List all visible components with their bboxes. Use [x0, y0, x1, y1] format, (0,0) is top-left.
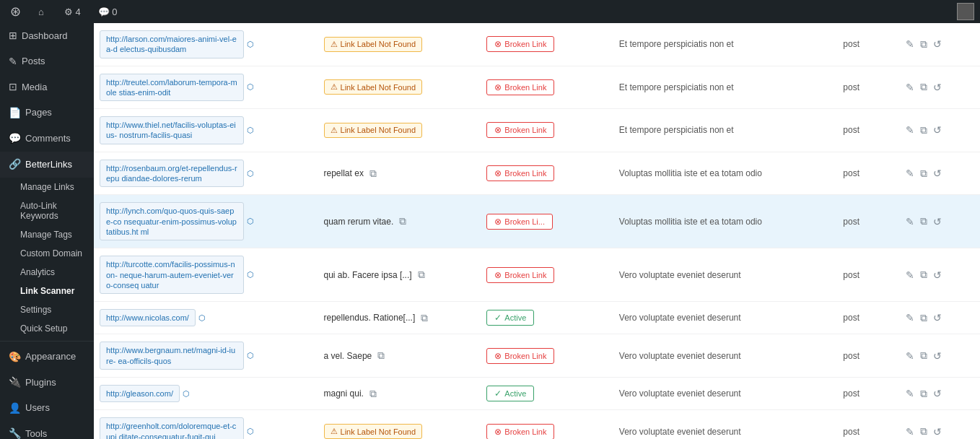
- refresh-icon[interactable]: ↺: [932, 214, 943, 229]
- action-icons: ✎ ⧉ ↺: [904, 166, 974, 181]
- refresh-icon[interactable]: ↺: [932, 123, 943, 137]
- external-link-icon[interactable]: ⬡: [247, 427, 254, 436]
- edit-icon[interactable]: ✎: [904, 80, 916, 95]
- status-badge-broken: ⊗ Broken Link: [486, 267, 554, 283]
- status-badge-broken: ⊗ Broken Link: [486, 165, 554, 181]
- comment-bubble-icon: 💬 0: [98, 6, 118, 17]
- external-icon[interactable]: ⧉: [919, 214, 929, 229]
- comments-icon[interactable]: 💬 0: [94, 0, 122, 23]
- url-cell: http://larson.com/maiores-animi-vel-ea-d…: [100, 30, 312, 58]
- sidebar-item-appearance[interactable]: 🎨 Appearance: [0, 344, 94, 370]
- sidebar-sub-settings[interactable]: Settings: [0, 300, 94, 319]
- edit-icon[interactable]: ✎: [904, 268, 916, 282]
- post-text: Vero voluptate eveniet deserunt: [619, 313, 741, 323]
- sidebar-item-pages[interactable]: 📄 Pages: [0, 100, 94, 126]
- table-row: http://rosenbaum.org/et-repellendus-repu…: [94, 152, 980, 195]
- external-icon[interactable]: ⧉: [919, 123, 929, 138]
- url-value: http://www.bergnaum.net/magni-id-iure- e…: [100, 342, 244, 370]
- status-text: Broken Link: [504, 83, 546, 92]
- copy-icon[interactable]: ⧉: [399, 215, 406, 227]
- external-link-icon[interactable]: ⬡: [247, 40, 254, 49]
- refresh-icon[interactable]: ↺: [932, 166, 943, 181]
- table-row: http://gleason.com/ ⬡ magni qui. ⧉ ✓ Act…: [94, 378, 980, 410]
- action-icons: ✎ ⧉ ↺: [904, 214, 974, 229]
- label-warning: ⚠ Link Label Not Found: [324, 79, 423, 95]
- edit-icon[interactable]: ✎: [904, 123, 916, 137]
- sidebar-item-posts[interactable]: ✎ Posts: [0, 49, 94, 75]
- external-link-icon[interactable]: ⬡: [247, 82, 254, 92]
- customize-icon[interactable]: ⚙ 4: [60, 0, 85, 23]
- post-text: Vero voluptate eveniet deserunt: [619, 351, 741, 361]
- copy-icon[interactable]: ⧉: [369, 168, 377, 180]
- new-content[interactable]: [131, 0, 139, 23]
- copy-icon[interactable]: ⧉: [369, 388, 377, 400]
- sidebar-item-tools[interactable]: 🔧 Tools: [0, 421, 94, 439]
- active-dot-icon: ✓: [494, 313, 502, 323]
- edit-icon[interactable]: ✎: [904, 214, 916, 229]
- post-text: Vero voluptate eveniet deserunt: [619, 427, 741, 437]
- status-text: Broken Link: [504, 40, 546, 48]
- wp-logo[interactable]: ⊛: [6, 0, 25, 23]
- external-link-icon[interactable]: ⬡: [247, 126, 254, 135]
- label-cell: repellat ex ⧉: [324, 168, 476, 180]
- sidebar-sub-manage-links[interactable]: Manage Links: [0, 178, 94, 196]
- url-cell: http://www.thiel.net/facilis-voluptas-ei…: [100, 116, 312, 144]
- table-row: http://www.thiel.net/facilis-voluptas-ei…: [94, 109, 980, 152]
- external-icon[interactable]: ⧉: [919, 79, 929, 95]
- external-icon[interactable]: ⧉: [919, 386, 929, 401]
- label-cell: qui ab. Facere ipsa [...] ⧉: [324, 269, 476, 281]
- refresh-icon[interactable]: ↺: [932, 386, 943, 401]
- refresh-icon[interactable]: ↺: [932, 37, 943, 51]
- edit-icon[interactable]: ✎: [904, 37, 916, 51]
- external-icon[interactable]: ⧉: [919, 424, 929, 439]
- external-link-icon[interactable]: ⬡: [198, 313, 206, 323]
- copy-icon[interactable]: ⧉: [418, 269, 425, 281]
- refresh-icon[interactable]: ↺: [932, 310, 943, 325]
- label-text: Link Label Not Found: [341, 83, 416, 92]
- sidebar-sub-analytics[interactable]: Analytics: [0, 263, 94, 282]
- refresh-icon[interactable]: ↺: [932, 80, 943, 95]
- edit-icon[interactable]: ✎: [904, 349, 916, 363]
- refresh-icon[interactable]: ↺: [932, 425, 943, 439]
- external-link-icon[interactable]: ⬡: [247, 217, 254, 226]
- copy-icon[interactable]: ⧉: [377, 349, 385, 362]
- sidebar-sub-custom-domain[interactable]: Custom Domain: [0, 244, 94, 263]
- sidebar-item-users[interactable]: 👤 Users: [0, 396, 94, 422]
- sidebar-item-dashboard[interactable]: ⊞ Dashboard: [0, 23, 94, 49]
- external-link-icon[interactable]: ⬡: [183, 389, 190, 399]
- sidebar-item-plugins[interactable]: 🔌 Plugins: [0, 370, 94, 396]
- media-icon: ⊡: [9, 80, 17, 95]
- action-icons: ✎ ⧉ ↺: [904, 310, 974, 326]
- external-link-icon[interactable]: ⬡: [247, 169, 254, 178]
- avatar[interactable]: [957, 3, 974, 20]
- sidebar-sub-auto-link[interactable]: Auto-Link Keywords: [0, 196, 94, 225]
- action-icons: ✎ ⧉ ↺: [904, 37, 974, 52]
- external-icon[interactable]: ⧉: [919, 348, 929, 363]
- status-badge-broken: ⊗ Broken Li...: [486, 214, 553, 230]
- status-text: Active: [504, 313, 526, 322]
- edit-icon[interactable]: ✎: [904, 425, 916, 439]
- external-link-icon[interactable]: ⬡: [247, 351, 254, 360]
- site-home[interactable]: ⌂: [34, 0, 51, 23]
- external-icon[interactable]: ⧉: [919, 310, 929, 326]
- url-value: http://www.nicolas.com/: [100, 309, 196, 326]
- refresh-icon[interactable]: ↺: [932, 349, 943, 363]
- copy-icon[interactable]: ⧉: [421, 312, 428, 324]
- sidebar-sub-quick-setup[interactable]: Quick Setup: [0, 319, 94, 338]
- label-text: a vel. Saepe: [324, 351, 372, 361]
- edit-icon[interactable]: ✎: [904, 310, 916, 325]
- refresh-icon[interactable]: ↺: [932, 268, 943, 282]
- sidebar-sub-link-scanner[interactable]: Link Scanner: [0, 282, 94, 300]
- external-icon[interactable]: ⧉: [919, 37, 929, 52]
- sidebar-item-comments[interactable]: 💬 Comments: [0, 126, 94, 152]
- table-row: http://larson.com/maiores-animi-vel-ea-d…: [94, 23, 980, 66]
- edit-icon[interactable]: ✎: [904, 386, 916, 401]
- sidebar-sub-manage-tags[interactable]: Manage Tags: [0, 225, 94, 244]
- edit-icon[interactable]: ✎: [904, 166, 916, 181]
- sidebar-item-betterlinks[interactable]: 🔗 BetterLinks: [0, 152, 94, 178]
- external-icon[interactable]: ⧉: [919, 166, 929, 181]
- url-value: http://greenholt.com/doloremque-et-cupi …: [100, 417, 244, 439]
- sidebar-item-media[interactable]: ⊡ Media: [0, 74, 94, 100]
- external-icon[interactable]: ⧉: [919, 267, 929, 282]
- external-link-icon[interactable]: ⬡: [247, 270, 254, 279]
